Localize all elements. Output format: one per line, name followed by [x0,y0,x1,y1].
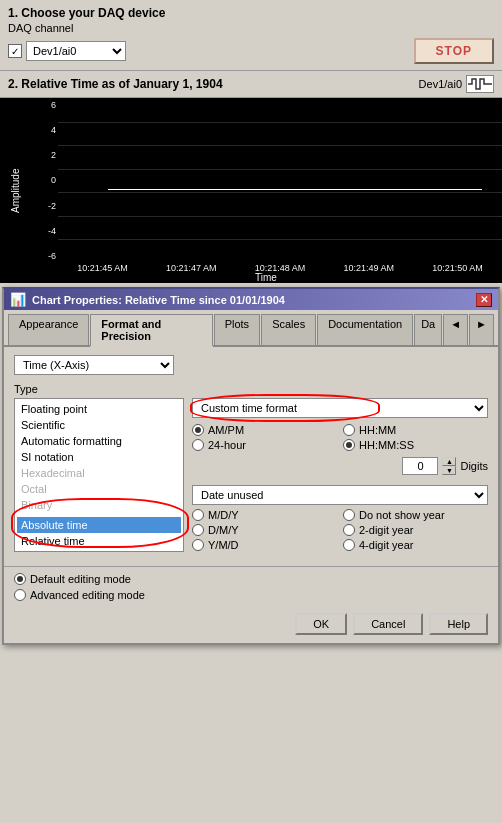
dialog-window: 📊 Chart Properties: Relative Time since … [2,287,500,645]
tab-documentation-label: Documentation [328,318,402,330]
radio-2digit-year[interactable]: 2-digit year [343,524,488,536]
format-select[interactable]: Custom time format [192,398,488,418]
daq-row: ✓ Dev1/ai0 STOP [8,38,494,64]
type-list-wrap: Floating point Scientific Automatic form… [14,398,184,552]
radio-hhmmss[interactable]: HH:MM:SS [343,439,488,451]
dialog-buttons: OK Cancel Help [4,607,498,643]
spin-down-button[interactable]: ▼ [442,466,456,475]
x-tick-3: 10:21:49 AM [324,263,413,273]
radio-default-label: Default editing mode [30,573,131,585]
radio-ampm[interactable]: AM/PM [192,424,337,436]
tab-da[interactable]: Da [414,314,442,345]
date-select[interactable]: Date unused [192,485,488,505]
spin-up-button[interactable]: ▲ [442,457,456,466]
date-radio-grid: M/D/Y Do not show year D/M/Y 2-digi [192,509,488,551]
type-si-notation[interactable]: SI notation [17,449,181,465]
dialog-close-button[interactable]: ✕ [476,293,492,307]
spin-buttons: ▲ ▼ [442,457,456,475]
axis-select[interactable]: Time (X-Axis) [14,355,174,375]
tab-scales-label: Scales [272,318,305,330]
format-right: Custom time format AM/PM HH:MM [192,398,488,552]
type-auto-format[interactable]: Automatic formatting [17,433,181,449]
y-tick-2: 2 [32,150,56,160]
radio-ymd[interactable]: Y/M/D [192,539,337,551]
radio-4digit-circle [343,539,355,551]
radio-advanced-editing[interactable]: Advanced editing mode [14,589,488,601]
type-floating-point[interactable]: Floating point [17,401,181,417]
daq-title: 1. Choose your DAQ device [8,6,494,20]
cancel-button[interactable]: Cancel [353,613,423,635]
radio-dmy-circle [192,524,204,536]
dialog-tabs: Appearance Format and Precision Plots Sc… [4,310,498,347]
radio-4digit-label: 4-digit year [359,539,413,551]
tab-documentation[interactable]: Documentation [317,314,413,345]
radio-ampm-circle [192,424,204,436]
help-button[interactable]: Help [429,613,488,635]
type-hex: Hexadecimal [17,465,181,481]
rel-time-title: 2. Relative Time as of January 1, 1904 [8,77,223,91]
y-tick-0: 0 [32,175,56,185]
top-section: 1. Choose your DAQ device DAQ channel ✓ … [0,0,502,71]
tab-da-label: Da [421,318,435,330]
type-scientific[interactable]: Scientific [17,417,181,433]
radio-2digit-label: 2-digit year [359,524,413,536]
device-label: Dev1/ai0 [419,78,462,90]
x-axis: 10:21:45 AM 10:21:47 AM 10:21:48 AM 10:2… [58,263,502,283]
ok-button[interactable]: OK [295,613,347,635]
tab-scales[interactable]: Scales [261,314,316,345]
tab-plots[interactable]: Plots [214,314,260,345]
y-tick-n6: -6 [32,251,56,261]
type-octal: Octal [17,481,181,497]
dialog-icon: 📊 [10,292,26,307]
date-row: Date unused M/D/Y Do not show year [192,485,488,551]
radio-hhmm[interactable]: HH:MM [343,424,488,436]
radio-ymd-label: Y/M/D [208,539,239,551]
y-axis: 6 4 2 0 -2 -4 -6 [30,98,58,263]
radio-4digit-year[interactable]: 4-digit year [343,539,488,551]
type-absolute-time[interactable]: Absolute time [17,517,181,533]
chart-plot [58,98,502,263]
tab-next-arrow[interactable]: ► [469,314,494,345]
radio-24hr-circle [192,439,204,451]
type-relative-time[interactable]: Relative time [17,533,181,549]
y-tick-4: 4 [32,125,56,135]
daq-device-select[interactable]: Dev1/ai0 [26,41,126,61]
radio-no-show-year[interactable]: Do not show year [343,509,488,521]
chart-line [108,189,482,190]
tab-appearance[interactable]: Appearance [8,314,89,345]
radio-no-show-label: Do not show year [359,509,445,521]
tab-format-precision[interactable]: Format and Precision [90,314,212,347]
radio-dmy[interactable]: D/M/Y [192,524,337,536]
radio-24hr-label: 24-hour [208,439,246,451]
dialog-content: Time (X-Axis) Type Floating point Scient… [4,347,498,566]
type-panel: Floating point Scientific Automatic form… [14,398,488,552]
radio-ymd-circle [192,539,204,551]
radio-mdy[interactable]: M/D/Y [192,509,337,521]
waveform-icon[interactable] [466,75,494,93]
radio-default-circle [14,573,26,585]
y-tick-n4: -4 [32,226,56,236]
x-tick-4: 10:21:50 AM [413,263,502,273]
stop-button[interactable]: STOP [414,38,494,64]
tab-format-label: Format and Precision [101,318,161,342]
type-binary: Binary [17,497,181,513]
digits-label: Digits [460,460,488,472]
tab-appearance-label: Appearance [19,318,78,330]
radio-hhmm-circle [343,424,355,436]
type-list: Floating point Scientific Automatic form… [14,398,184,552]
chart-inner: 6 4 2 0 -2 -4 -6 10:21:45 AM 10:21:47 AM… [30,98,502,283]
x-tick-2: 10:21:48 AM [236,263,325,273]
radio-mdy-label: M/D/Y [208,509,239,521]
radio-24hr[interactable]: 24-hour [192,439,337,451]
tab-prev-arrow[interactable]: ◄ [443,314,468,345]
radio-group-1: AM/PM HH:MM 24-hour HH:MM:SS [192,424,488,451]
x-axis-label: Time [255,272,277,283]
daq-checkbox[interactable]: ✓ [8,44,22,58]
axis-select-row: Time (X-Axis) [14,355,488,375]
dialog-title: Chart Properties: Relative Time since 01… [32,294,285,306]
x-tick-0: 10:21:45 AM [58,263,147,273]
format-dropdown-wrap: Custom time format [192,398,488,418]
chart-area: Amplitude 6 4 2 0 -2 -4 -6 10:21:45 AM 1 [0,98,502,283]
digits-input[interactable] [402,457,438,475]
radio-default-editing[interactable]: Default editing mode [14,573,488,585]
